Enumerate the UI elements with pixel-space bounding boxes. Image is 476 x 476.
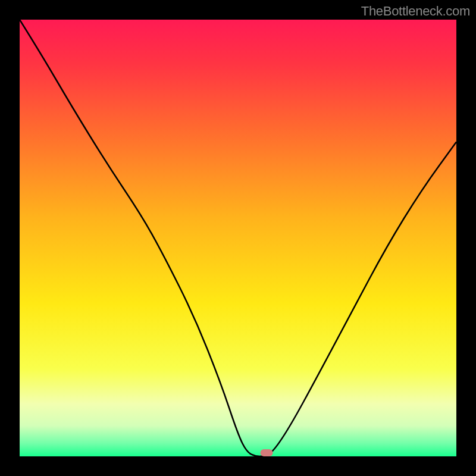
chart-frame: TheBottleneck.com	[0, 0, 476, 476]
bottleneck-curve	[20, 20, 456, 456]
plot-area	[20, 20, 456, 456]
watermark-label: TheBottleneck.com	[361, 4, 470, 19]
curve-layer	[20, 20, 456, 456]
optimum-marker	[260, 449, 273, 456]
